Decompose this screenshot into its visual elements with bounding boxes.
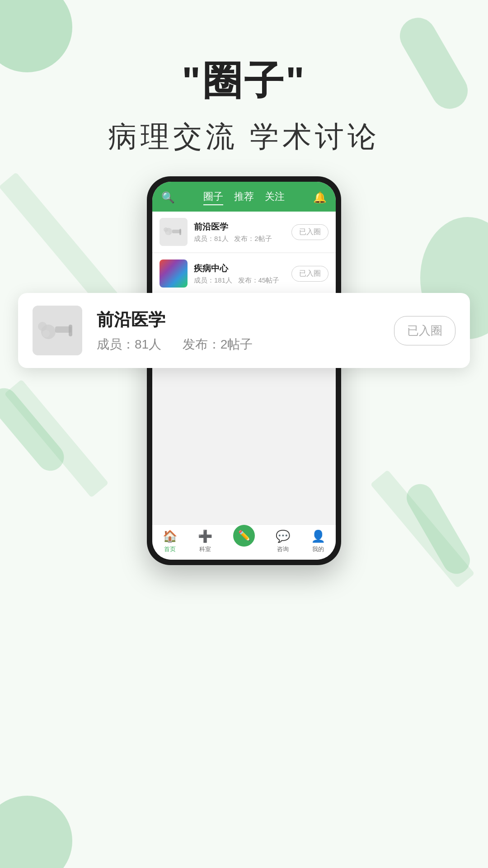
tab-quanzi[interactable]: 圈子 <box>203 190 223 205</box>
item-name-1: 前沿医学 <box>194 221 291 233</box>
hero-subtitle: 病理交流 学术讨论 <box>0 117 488 156</box>
phone-list: 前沿医学 成员：81人 发布：2帖子 已入圈 疾病中心 成员：181人 发布：4… <box>152 212 336 524</box>
item-info-2: 疾病中心 成员：181人 发布：45帖子 <box>194 263 291 285</box>
nav-item-mine[interactable]: 👤 我的 <box>311 529 325 553</box>
nav-label-mine: 我的 <box>312 545 324 553</box>
search-icon[interactable]: 🔍 <box>161 191 175 204</box>
svg-point-10 <box>42 330 50 337</box>
pencil-icon: ✏️ <box>238 530 250 542</box>
svg-point-4 <box>166 231 169 235</box>
deco-blob-bottom-left <box>0 796 72 868</box>
color-avatar <box>160 259 188 288</box>
svg-point-5 <box>164 227 168 232</box>
card-meta: 成员：81人 发布：2帖子 <box>97 336 383 353</box>
nav-label-home: 首页 <box>164 545 176 553</box>
nav-item-compose[interactable]: ✏️ <box>233 529 255 553</box>
card-avatar <box>33 306 82 355</box>
floating-card: 前沿医学 成员：81人 发布：2帖子 已入圈 <box>18 293 470 368</box>
avatar-2 <box>160 259 188 288</box>
nav-label-consult: 咨询 <box>277 545 289 553</box>
avatar-1 <box>160 218 188 246</box>
item-info-1: 前沿医学 成员：81人 发布：2帖子 <box>194 221 291 243</box>
hero-title: "圈子" <box>0 54 488 108</box>
card-members: 成员：81人 <box>97 337 161 351</box>
card-info: 前沿医学 成员：81人 发布：2帖子 <box>97 308 383 353</box>
item-meta-2: 成员：181人 发布：45帖子 <box>194 276 291 285</box>
item-meta-1: 成员：81人 发布：2帖子 <box>194 235 291 243</box>
list-item[interactable]: 疾病中心 成员：181人 发布：45帖子 已入圈 <box>152 253 336 294</box>
phone-topbar: 🔍 圈子 推荐 关注 🔔 <box>152 182 336 212</box>
hero-section: "圈子" 病理交流 学术讨论 <box>0 54 488 156</box>
joined-button-1[interactable]: 已入圈 <box>291 224 328 240</box>
tab-tuijian[interactable]: 推荐 <box>234 190 254 205</box>
svg-rect-3 <box>179 229 181 235</box>
phone-tabs: 圈子 推荐 关注 <box>203 190 285 205</box>
nav-label-department: 科室 <box>199 545 211 553</box>
tab-guanzhu[interactable]: 关注 <box>265 190 285 205</box>
svg-rect-9 <box>69 325 72 336</box>
card-posts: 发布：2帖子 <box>183 337 253 351</box>
card-joined-button[interactable]: 已入圈 <box>394 316 455 345</box>
joined-button-2[interactable]: 已入圈 <box>291 266 328 282</box>
compose-button[interactable]: ✏️ <box>233 525 255 547</box>
nav-item-department[interactable]: ➕ 科室 <box>198 529 212 553</box>
list-item[interactable]: 前沿医学 成员：81人 发布：2帖子 已入圈 <box>152 212 336 252</box>
user-icon: 👤 <box>311 529 325 543</box>
item-name-2: 疾病中心 <box>194 263 291 274</box>
phone-mockup: 🔍 圈子 推荐 关注 🔔 <box>147 176 341 565</box>
home-icon: 🏠 <box>163 529 177 543</box>
card-title: 前沿医学 <box>97 308 383 331</box>
notification-icon[interactable]: 🔔 <box>313 191 327 204</box>
consult-icon: 💬 <box>276 529 290 543</box>
phone-screen: 🔍 圈子 推荐 关注 🔔 <box>152 182 336 560</box>
phone-bottom-nav: 🏠 首页 ➕ 科室 ✏️ 💬 咨询 👤 <box>152 524 336 560</box>
svg-point-11 <box>38 322 47 331</box>
phone-frame: 🔍 圈子 推荐 关注 🔔 <box>147 176 341 565</box>
nav-item-consult[interactable]: 💬 咨询 <box>276 529 290 553</box>
department-icon: ➕ <box>198 529 212 543</box>
nav-item-home[interactable]: 🏠 首页 <box>163 529 177 553</box>
